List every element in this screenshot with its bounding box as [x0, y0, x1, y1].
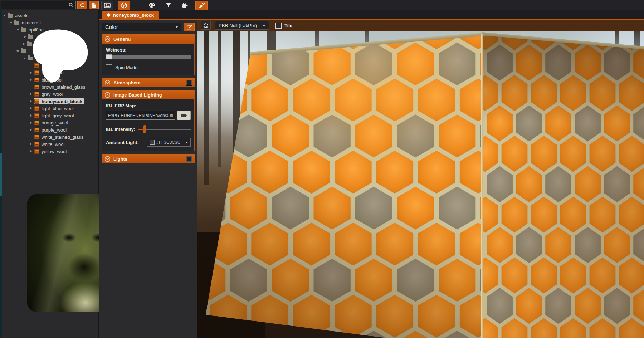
search-field[interactable]	[2, 1, 67, 9]
spin-model-checkbox[interactable]	[106, 64, 112, 70]
caret-icon[interactable]	[16, 29, 19, 31]
left-edge-scrollbar[interactable]	[0, 10, 2, 338]
collapse-chevron-down-icon[interactable]	[104, 80, 111, 86]
caret-icon[interactable]	[30, 107, 32, 110]
image-view-button[interactable]	[101, 1, 113, 10]
shader-format-value: PBR Null (LabPbr)	[219, 23, 257, 28]
tree-item-optifine[interactable]: optifine	[0, 26, 98, 33]
tree-item-assets[interactable]: assets	[0, 12, 98, 19]
block-icon	[34, 106, 39, 111]
tree-item-gray-wool[interactable]: gray_wool	[0, 90, 98, 98]
caret-icon[interactable]	[30, 150, 32, 153]
collapse-chevron-up-icon[interactable]	[104, 36, 111, 42]
refresh-icon	[80, 3, 85, 8]
wetness-label: Wetness:	[106, 47, 191, 53]
tree-item-folder[interactable]	[0, 40, 98, 48]
caret-icon[interactable]	[30, 100, 32, 103]
caret-icon[interactable]	[30, 114, 32, 117]
folder-icon	[28, 57, 33, 60]
caret-icon[interactable]	[23, 43, 25, 45]
block-icon	[34, 135, 39, 139]
caret-icon[interactable]	[3, 15, 6, 16]
viewport-3d: PBR Null (LabPbr) Tile	[197, 20, 644, 338]
chevron-down-icon	[185, 142, 188, 143]
ambient-color-value: #FF3C3C3C	[156, 140, 184, 145]
tree-item-light-gray-wool[interactable]: light_gray_wool	[0, 112, 98, 119]
tree-item-light-blue-wool[interactable]: light_blue_wool	[0, 105, 98, 112]
lights-enable-checkbox[interactable]	[186, 156, 192, 162]
tree-item-black-wool[interactable]: black_wool	[0, 69, 98, 76]
tree-item-minecraft[interactable]: minecraft	[0, 19, 98, 26]
caret-icon[interactable]	[30, 78, 32, 81]
tab-strip: ✱ honeycomb_block	[99, 10, 644, 20]
toolbar-separator	[138, 1, 138, 9]
document-icon	[92, 3, 96, 8]
block-icon	[34, 142, 39, 147]
caret-icon[interactable]	[30, 128, 32, 131]
material-brush-button[interactable]	[195, 1, 208, 10]
caret-icon[interactable]	[30, 121, 32, 124]
tree-item-white-wool[interactable]: white_wool	[0, 141, 98, 148]
ibl-erp-path-input[interactable]	[106, 111, 175, 120]
render-scene[interactable]	[197, 31, 644, 338]
model-view-button[interactable]	[118, 1, 130, 10]
tree-item-folder[interactable]	[0, 55, 98, 62]
shader-format-select[interactable]: PBR Null (LabPbr)	[215, 21, 269, 30]
tree-item-blue-wool[interactable]: blue_wool	[0, 76, 98, 83]
viewport-toolbar: PBR Null (LabPbr) Tile	[197, 20, 644, 31]
block-icon	[34, 92, 39, 97]
tile-checkbox[interactable]	[275, 23, 282, 29]
broom-icon	[198, 3, 205, 8]
tree-item-white-stained-glass[interactable]: white_stained_glass	[0, 133, 98, 141]
collapse-chevron-down-icon[interactable]	[104, 156, 111, 162]
ibl-intensity-handle[interactable]	[143, 125, 146, 133]
block-icon	[34, 78, 39, 82]
edit-texture-button[interactable]	[184, 23, 195, 31]
tree-item-brown-stained-glass[interactable]: brown_stained_glass	[0, 83, 98, 90]
collapse-chevron-up-icon[interactable]	[104, 92, 111, 98]
ibl-intensity-slider[interactable]	[138, 125, 191, 133]
wetness-slider[interactable]	[106, 55, 191, 59]
section-header-ibl[interactable]: Image-Based Lighting	[102, 90, 195, 99]
caret-icon[interactable]	[16, 50, 19, 52]
properties-panel: Color General Wetness: Spin Model	[99, 20, 197, 338]
block-icon	[34, 63, 39, 68]
tree-item-black-stained-glass[interactable]: black_stained_glass	[0, 62, 98, 69]
caret-icon[interactable]	[30, 93, 32, 95]
tree-item-honeycomb-block[interactable]: honeycomb_block	[0, 98, 98, 105]
tree-item-orange-wool[interactable]: orange_wool	[0, 119, 98, 126]
plugin-button[interactable]	[179, 1, 191, 10]
search-input[interactable]	[1, 1, 76, 9]
tab-honeycomb-block[interactable]: ✱ honeycomb_block	[102, 11, 159, 20]
caret-icon[interactable]	[23, 36, 26, 38]
filter-button[interactable]	[162, 1, 175, 10]
atmosphere-enable-checkbox[interactable]	[186, 80, 192, 86]
tree-item-folder[interactable]	[0, 33, 98, 40]
ambient-light-color-picker[interactable]: #FF3C3C3C	[147, 138, 191, 147]
refresh-button[interactable]	[77, 1, 87, 9]
section-body-ibl: IBL ERP Map: IBL Intensity: Ambient	[102, 99, 195, 151]
chevron-down-icon	[263, 25, 265, 26]
wetness-slider-handle[interactable]	[106, 54, 112, 59]
chevron-down-icon	[175, 26, 178, 28]
section-header-atmosphere[interactable]: Atmosphere	[102, 78, 195, 87]
browse-folder-button[interactable]	[177, 111, 191, 120]
tree-item-yellow-wool[interactable]: yellow_wool	[0, 148, 98, 155]
ibl-intensity-label: IBL Intensity:	[106, 127, 135, 132]
caret-icon[interactable]	[23, 58, 26, 59]
palette-button[interactable]	[146, 1, 158, 10]
scrollbar-thumb[interactable]	[0, 153, 2, 196]
new-document-button[interactable]	[89, 1, 99, 9]
reload-shader-button[interactable]	[201, 21, 211, 30]
tree-item-purple-wool[interactable]: purple_wool	[0, 126, 98, 133]
view-mode-select[interactable]: Color	[102, 23, 181, 31]
block-icon	[34, 85, 39, 89]
caret-icon[interactable]	[30, 143, 32, 146]
caret-icon[interactable]	[30, 71, 32, 74]
tree-item-folder[interactable]	[0, 48, 98, 55]
section-header-lights[interactable]: Lights	[102, 154, 195, 163]
folder-icon	[28, 35, 33, 39]
section-header-general[interactable]: General	[102, 34, 195, 44]
caret-icon[interactable]	[10, 22, 13, 24]
search-icon	[69, 3, 74, 8]
